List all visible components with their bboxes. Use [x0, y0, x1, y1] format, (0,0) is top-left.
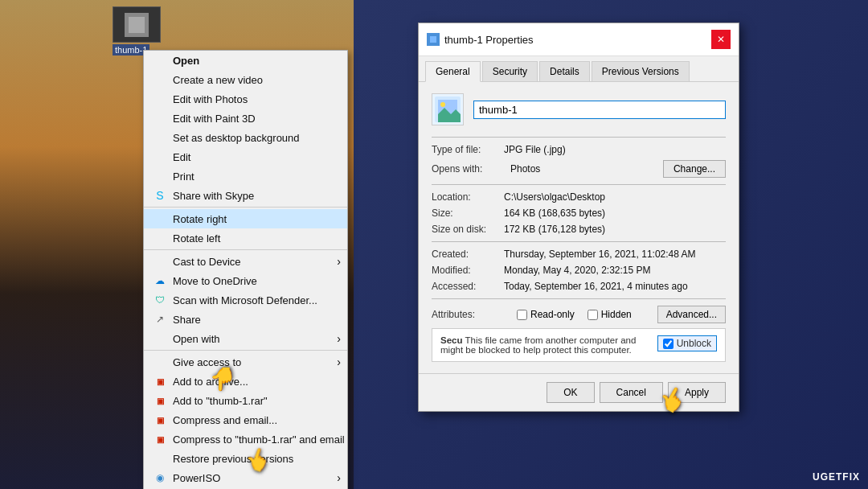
video-icon: [154, 73, 166, 86]
access-icon: [154, 355, 166, 368]
hidden-checkbox-label[interactable]: Hidden: [588, 309, 632, 320]
menu-item-give-access[interactable]: Give access to: [144, 352, 347, 372]
restore-icon: [154, 452, 166, 465]
menu-item-compress-rar-email[interactable]: ▣ Compress to "thumb-1.rar" and email: [144, 429, 347, 449]
menu-item-open[interactable]: Open: [144, 51, 347, 70]
context-menu: Open Create a new video Edit with Photos…: [143, 50, 348, 489]
modified-row: Modified: Monday, May 4, 2020, 2:32:15 P…: [432, 265, 726, 276]
security-note: Secu This file came from another compute…: [432, 328, 726, 362]
divider-1: [432, 137, 726, 138]
dialog-close-button[interactable]: ✕: [711, 30, 731, 49]
watermark: UGETFIX: [813, 471, 860, 483]
svg-rect-1: [129, 17, 145, 33]
hidden-checkbox[interactable]: [588, 310, 598, 320]
accessed-value: Today, September 16, 2021, 4 minutes ago: [504, 281, 726, 292]
file-name-input[interactable]: [473, 101, 726, 119]
menu-item-rotate-left[interactable]: Rotate left: [144, 228, 347, 248]
menu-item-edit[interactable]: Edit: [144, 147, 347, 166]
unblock-checkbox-label[interactable]: Unblock: [657, 335, 717, 351]
rotate-left-icon: [154, 232, 166, 244]
type-of-file-row: Type of file: JPG File (.jpg): [432, 144, 726, 155]
type-value: JPG File (.jpg): [504, 144, 726, 155]
modified-label: Modified:: [432, 265, 504, 276]
menu-item-poweriso[interactable]: ◉ PowerISO: [144, 468, 347, 487]
size-value: 164 KB (168,635 bytes): [504, 208, 726, 219]
tab-previous-versions[interactable]: Previous Versions: [592, 61, 690, 81]
readonly-checkbox[interactable]: [517, 310, 527, 320]
separator-1: [144, 207, 347, 208]
size-row: Size: 164 KB (168,635 bytes): [432, 208, 726, 219]
accessed-label: Accessed:: [432, 281, 504, 292]
menu-item-share[interactable]: ↗ Share: [144, 310, 347, 329]
size-on-disk-row: Size on disk: 172 KB (176,128 bytes): [432, 224, 726, 235]
menu-item-rotate-right[interactable]: Rotate right: [144, 209, 347, 228]
accessed-row: Accessed: Today, September 16, 2021, 4 m…: [432, 281, 726, 292]
menu-item-print[interactable]: Print: [144, 166, 347, 186]
change-button[interactable]: Change...: [663, 160, 726, 178]
menu-item-onedrive[interactable]: ☁ Move to OneDrive: [144, 271, 347, 290]
opens-with-row: Opens with: Photos Change...: [432, 160, 726, 178]
opens-with-value: Photos: [510, 163, 657, 175]
security-section-label: Secu: [440, 335, 463, 345]
open-with-icon: [154, 332, 166, 345]
photos-icon: [154, 92, 166, 105]
created-label: Created:: [432, 249, 504, 260]
winrar-icon-1: ▣: [154, 375, 166, 388]
properties-dialog: thumb-1 Properties ✕ General Security De…: [418, 23, 739, 412]
type-label: Type of file:: [432, 144, 504, 155]
menu-item-edit-photos[interactable]: Edit with Photos: [144, 89, 347, 109]
tab-general[interactable]: General: [425, 61, 481, 82]
menu-item-add-rar[interactable]: ▣ Add to "thumb-1.rar": [144, 391, 347, 410]
tab-details[interactable]: Details: [539, 61, 590, 81]
created-row: Created: Thursday, September 16, 2021, 1…: [432, 249, 726, 260]
defender-icon: 🛡: [154, 294, 166, 306]
menu-item-share-skype[interactable]: S Share with Skype: [144, 186, 347, 205]
dialog-footer: OK Cancel Apply: [419, 373, 739, 411]
menu-item-add-archive[interactable]: ▣ Add to archive...: [144, 372, 347, 391]
size-on-disk-value: 172 KB (176,128 bytes): [504, 224, 726, 235]
print-icon: [154, 170, 166, 183]
menu-item-edit-paint3d[interactable]: Edit with Paint 3D: [144, 109, 347, 128]
menu-item-set-desktop[interactable]: Set as desktop background: [144, 128, 347, 147]
ok-button[interactable]: OK: [547, 382, 594, 403]
separator-2: [144, 249, 347, 250]
menu-item-cast[interactable]: Cast to Device: [144, 252, 347, 271]
apply-button[interactable]: Apply: [668, 382, 726, 403]
cast-icon: [154, 255, 166, 268]
file-thumbnail: [113, 6, 161, 43]
menu-item-defender[interactable]: 🛡 Scan with Microsoft Defender...: [144, 290, 347, 310]
size-label: Size:: [432, 208, 504, 219]
security-note-text: This file came from another computer and…: [440, 335, 636, 355]
menu-item-open-with[interactable]: Open with: [144, 329, 347, 348]
file-name-row: [432, 93, 726, 125]
unblock-text: Unblock: [677, 338, 711, 349]
dialog-title-icon: [427, 33, 440, 46]
tab-security[interactable]: Security: [482, 61, 538, 81]
unblock-checkbox[interactable]: [663, 339, 674, 349]
menu-item-create-new-video[interactable]: Create a new video: [144, 70, 347, 89]
advanced-button[interactable]: Advanced...: [657, 306, 726, 323]
open-icon: [154, 54, 166, 67]
share-icon: ↗: [154, 313, 166, 326]
dialog-content: Type of file: JPG File (.jpg) Opens with…: [419, 82, 739, 373]
winrar-icon-3: ▣: [154, 413, 166, 426]
separator-3: [144, 350, 347, 351]
cancel-button[interactable]: Cancel: [600, 382, 663, 403]
poweriso-icon: ◉: [154, 471, 166, 484]
attributes-label: Attributes:: [432, 309, 504, 320]
divider-4: [432, 298, 726, 299]
svg-point-6: [440, 102, 445, 107]
dialog-titlebar: thumb-1 Properties ✕: [419, 23, 739, 56]
onedrive-icon: ☁: [154, 274, 166, 287]
location-value: C:\Users\olgac\Desktop: [504, 191, 726, 203]
menu-item-compress-email[interactable]: ▣ Compress and email...: [144, 410, 347, 429]
modified-value: Monday, May 4, 2020, 2:32:15 PM: [504, 265, 726, 276]
dialog-title-text: thumb-1 Properties: [444, 34, 706, 46]
file-icon-large: [432, 93, 464, 125]
svg-rect-3: [430, 36, 436, 43]
menu-item-restore-versions[interactable]: Restore previous versions: [144, 449, 347, 468]
opens-with-label: Opens with:: [432, 163, 504, 175]
winrar-icon-4: ▣: [154, 433, 166, 446]
desktop-icon: [154, 131, 166, 144]
readonly-checkbox-label[interactable]: Read-only: [517, 309, 575, 320]
